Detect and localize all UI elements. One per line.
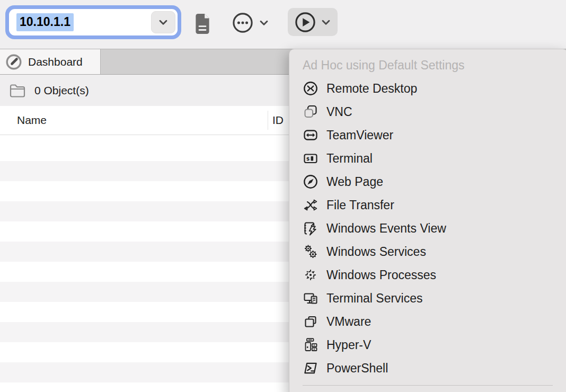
ad-hoc-connection-menu: Ad Hoc using Default Settings Remote Des… bbox=[289, 49, 566, 392]
menu-item-remote-desktop[interactable]: Remote Desktop bbox=[289, 77, 566, 100]
terminal-services-icon bbox=[303, 290, 319, 306]
windows-processes-icon bbox=[303, 267, 319, 283]
menu-item-list: Remote Desktop VNC TeamViewer $ Terminal… bbox=[289, 77, 566, 380]
web-page-icon bbox=[303, 174, 319, 190]
menu-item-terminal[interactable]: $ Terminal bbox=[289, 147, 566, 170]
menu-header: Ad Hoc using Default Settings bbox=[289, 54, 566, 77]
ellipsis-circle-icon bbox=[232, 12, 254, 34]
menu-item-hyper-v[interactable]: Hyper-V bbox=[289, 333, 566, 357]
menu-item-terminal-services[interactable]: Terminal Services bbox=[289, 287, 566, 310]
menu-divider bbox=[303, 385, 553, 386]
more-actions-button[interactable] bbox=[231, 11, 270, 34]
tab-dashboard[interactable]: Dashboard bbox=[0, 49, 101, 74]
column-divider[interactable] bbox=[268, 111, 268, 130]
vmware-icon bbox=[303, 314, 319, 329]
terminal-icon: $ bbox=[303, 150, 319, 166]
menu-item-windows-services[interactable]: Windows Services bbox=[289, 240, 566, 263]
teamviewer-icon bbox=[303, 127, 319, 143]
column-header-name[interactable]: Name bbox=[17, 106, 47, 135]
connect-button[interactable] bbox=[288, 8, 338, 36]
objects-count-label: 0 Object(s) bbox=[34, 84, 89, 97]
column-header-id[interactable]: ID bbox=[272, 106, 284, 135]
document-icon bbox=[193, 13, 211, 35]
gauge-icon bbox=[5, 54, 22, 70]
windows-events-icon bbox=[303, 220, 319, 236]
folder-icon bbox=[9, 83, 26, 98]
chevron-down-icon bbox=[157, 16, 169, 28]
remote-desktop-icon bbox=[303, 81, 319, 96]
menu-item-windows-processes[interactable]: Windows Processes bbox=[289, 263, 566, 287]
toolbar: 10.10.1.1 bbox=[0, 0, 566, 49]
address-combobox[interactable]: 10.10.1.1 bbox=[5, 5, 181, 39]
chevron-down-icon bbox=[258, 17, 270, 29]
windows-services-icon bbox=[303, 244, 319, 260]
play-circle-icon bbox=[294, 11, 316, 33]
menu-item-web-page[interactable]: Web Page bbox=[289, 170, 566, 193]
hyper-v-icon bbox=[303, 337, 319, 353]
app-window: 10.10.1.1 Dashboard 0 Object(s) bbox=[0, 0, 566, 392]
address-dropdown-button[interactable] bbox=[151, 11, 175, 33]
chevron-down-icon bbox=[320, 16, 332, 28]
vnc-icon bbox=[303, 104, 319, 120]
address-value[interactable]: 10.10.1.1 bbox=[16, 13, 74, 31]
powershell-icon bbox=[303, 360, 319, 376]
menu-item-vmware[interactable]: VMware bbox=[289, 310, 566, 333]
menu-item-file-transfer[interactable]: File Transfer bbox=[289, 193, 566, 217]
menu-item-powershell[interactable]: PowerShell bbox=[289, 357, 566, 380]
svg-text:$: $ bbox=[306, 156, 310, 162]
file-transfer-icon bbox=[303, 197, 319, 213]
tab-label: Dashboard bbox=[28, 56, 83, 68]
menu-item-teamviewer[interactable]: TeamViewer bbox=[289, 123, 566, 147]
menu-item-windows-events-view[interactable]: Windows Events View bbox=[289, 217, 566, 240]
menu-item-vnc[interactable]: VNC bbox=[289, 100, 566, 123]
document-button[interactable] bbox=[192, 12, 213, 36]
